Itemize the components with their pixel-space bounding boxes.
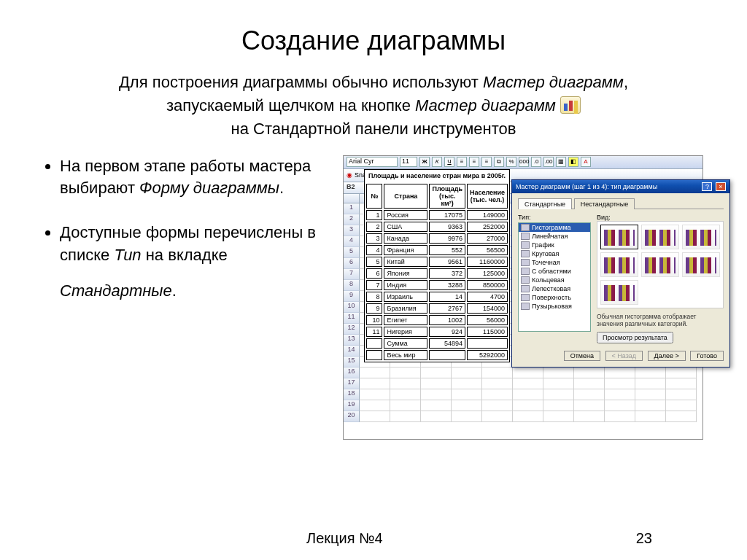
b1c: . — [279, 179, 284, 197]
borders-button[interactable]: ▦ — [556, 157, 566, 167]
b2b: Тип — [114, 246, 141, 264]
table-row: 11Нигерия924115000 — [366, 327, 508, 337]
chart-type-item[interactable]: Лепестковая — [519, 284, 590, 293]
chart-type-icon — [521, 233, 530, 240]
chart-type-item[interactable]: Кольцевая — [519, 276, 590, 284]
slide-title: Создание диаграммы — [44, 26, 703, 56]
row-header[interactable]: 6 — [344, 258, 360, 269]
percent-button[interactable]: % — [506, 157, 516, 167]
next-button[interactable]: Далее > — [648, 351, 686, 361]
row-header[interactable]: 10 — [344, 302, 360, 313]
tab-standard[interactable]: Стандартные — [518, 198, 572, 209]
chart-type-item[interactable]: График — [519, 241, 590, 249]
intro-em2: Мастер диаграмм — [415, 96, 556, 114]
chart-type-label: Пузырьковая — [532, 303, 572, 310]
italic-button[interactable]: К — [432, 157, 442, 167]
row-header[interactable]: 14 — [344, 346, 360, 357]
chart-type-item[interactable]: Линейчатая — [519, 232, 590, 241]
b1b: Форму диаграммы — [139, 179, 279, 197]
row-header[interactable]: 18 — [344, 389, 360, 400]
row-header[interactable]: 16 — [344, 368, 360, 378]
row-header[interactable]: 3 — [344, 225, 360, 236]
row-header[interactable]: 12 — [344, 324, 360, 335]
chart-type-item[interactable]: Точечная — [519, 258, 590, 267]
sum-area: 54894 — [429, 338, 465, 349]
close-button[interactable]: × — [716, 182, 726, 191]
table-title: Площадь и население стран мира в 2005г. — [366, 171, 508, 182]
intro-text: Для построения диаграммы обычно использу… — [44, 71, 703, 141]
b2c: на вкладке — [142, 246, 228, 264]
subtype-description: Обычная гистограмма отображает значения … — [597, 313, 724, 327]
row-header[interactable]: 19 — [344, 400, 360, 411]
font-color-button[interactable]: A — [581, 157, 591, 167]
slide-footer: Лекция №4 23 — [0, 530, 747, 547]
chart-type-icon — [521, 259, 530, 266]
fill-color-button[interactable]: ◧ — [568, 157, 578, 167]
bold-button[interactable]: Ж — [419, 157, 430, 167]
row-header[interactable]: 4 — [344, 236, 360, 247]
chart-type-list[interactable]: ГистограммаЛинейчатаяГрафикКруговаяТочеч… — [518, 222, 591, 332]
preview-result-button[interactable]: Просмотр результата — [597, 332, 673, 343]
chart-subtype-grid[interactable] — [597, 221, 724, 308]
wizard-titlebar[interactable]: Мастер диаграмм (шаг 1 из 4): тип диагра… — [512, 180, 729, 193]
chart-type-icon — [521, 250, 530, 257]
chart-type-item[interactable]: Пузырьковая — [519, 302, 590, 311]
chart-type-icon — [521, 303, 530, 310]
lecture-label: Лекция №4 — [306, 530, 383, 547]
cancel-button[interactable]: Отмена — [564, 351, 600, 361]
comma-button[interactable]: 000 — [519, 157, 529, 167]
dec-decimal-button[interactable]: .00 — [543, 157, 554, 167]
chart-type-icon — [521, 276, 530, 284]
merge-button[interactable]: ⧉ — [494, 157, 504, 167]
align-left-button[interactable]: ≡ — [457, 157, 467, 167]
subtype-1[interactable] — [600, 225, 638, 249]
align-right-button[interactable]: ≡ — [481, 157, 492, 167]
snagit-icon: ◉ — [347, 171, 352, 179]
type-label: Тип: — [518, 214, 591, 221]
world-label: Весь мир — [384, 350, 427, 360]
row-header[interactable]: 1 — [344, 203, 360, 214]
row-header[interactable]: 5 — [344, 247, 360, 258]
size-select[interactable]: 11 — [400, 157, 417, 167]
chart-type-item[interactable]: Поверхность — [519, 293, 590, 302]
b2d: Стандартные — [60, 281, 172, 300]
b2e: . — [172, 281, 177, 300]
inc-decimal-button[interactable]: .0 — [531, 157, 541, 167]
subtype-4[interactable] — [600, 252, 638, 277]
page-number: 23 — [636, 530, 652, 547]
tab-custom[interactable]: Нестандартные — [574, 198, 635, 209]
font-select[interactable]: Arial Cyr — [347, 157, 398, 167]
chart-type-item[interactable]: С областями — [519, 267, 590, 276]
chart-type-label: Линейчатая — [532, 233, 568, 240]
subtype-2[interactable] — [641, 225, 679, 249]
data-table: Площадь и население стран мира в 2005г. … — [364, 169, 510, 362]
chart-type-label: Лепестковая — [532, 285, 570, 292]
row-header[interactable]: 7 — [344, 269, 360, 280]
th-pop: Население (тыс. чел.) — [467, 184, 508, 209]
help-button[interactable]: ? — [702, 182, 712, 191]
subtype-3[interactable] — [682, 225, 720, 249]
subtype-5[interactable] — [641, 252, 679, 277]
table-row: 1Россия17075149000 — [366, 210, 508, 220]
table-row: 2США9363252000 — [366, 222, 508, 232]
intro-line2a: запускаемый щелчком на кнопке — [166, 96, 415, 114]
underline-button[interactable]: Ч — [444, 157, 454, 167]
chart-type-icon — [521, 294, 530, 301]
chart-type-item[interactable]: Круговая — [519, 249, 590, 258]
subtype-6[interactable] — [682, 252, 720, 277]
chart-type-label: Кольцевая — [532, 276, 565, 284]
align-center-button[interactable]: ≡ — [469, 157, 479, 167]
row-header[interactable]: 2 — [344, 214, 360, 225]
row-header[interactable]: 13 — [344, 335, 360, 346]
row-header[interactable]: 8 — [344, 280, 360, 291]
row-header[interactable]: 11 — [344, 313, 360, 324]
subtype-7[interactable] — [600, 280, 638, 305]
chart-type-item[interactable]: Гистограмма — [519, 223, 590, 232]
wizard-tabs: Стандартные Нестандартные — [518, 198, 724, 209]
row-header[interactable]: 9 — [344, 291, 360, 302]
chart-type-label: Круговая — [532, 250, 559, 257]
row-header[interactable]: 17 — [344, 378, 360, 389]
row-header[interactable]: 20 — [344, 411, 360, 422]
row-header[interactable]: 15 — [344, 357, 360, 368]
finish-button[interactable]: Готово — [690, 351, 724, 361]
